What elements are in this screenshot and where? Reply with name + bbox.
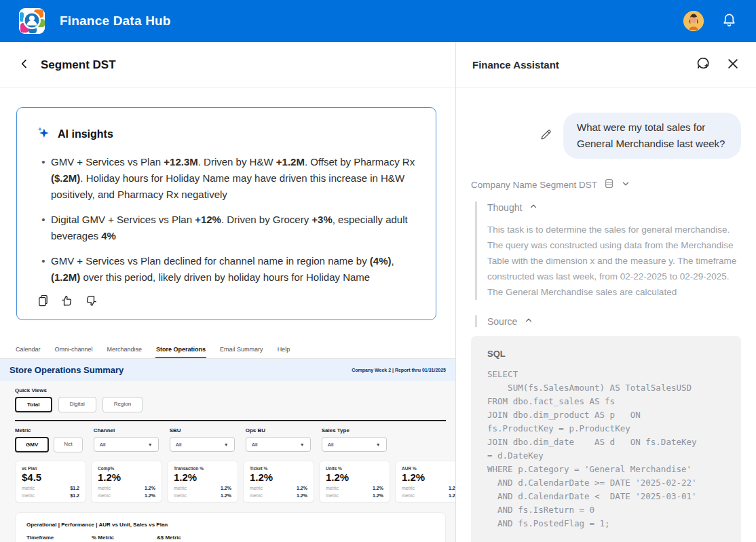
context-label: Company Name Segment DST — [471, 180, 597, 190]
metric-filter-label: Metric — [15, 427, 83, 433]
metric-row-key: metric — [250, 486, 263, 490]
metric-card-label: Comp% — [98, 466, 155, 471]
sql-label: SQL — [487, 349, 725, 359]
database-icon — [603, 178, 615, 191]
close-icon[interactable] — [726, 57, 740, 73]
metric-row-key: metric — [98, 493, 111, 498]
tab-email-summary[interactable]: Email Summary — [219, 341, 264, 358]
notifications-bell-icon[interactable] — [721, 12, 737, 31]
tab-omni-channel[interactable]: Omni-channel — [54, 341, 94, 358]
ai-insights-list: • GMV + Services vs Plan +12.3M. Driven … — [36, 154, 417, 286]
chevron-down-icon[interactable] — [621, 179, 630, 191]
sql-source-box: SQL SELECT SUM(fs.SalesAmount) AS TotalS… — [471, 336, 741, 542]
caret-down-icon: ▼ — [224, 442, 229, 447]
metric-row-value: $1.2 — [70, 493, 79, 498]
left-panel: Segment DST AI insights • GM — [0, 42, 456, 542]
metric-card-value: 1.2% — [326, 471, 383, 483]
caret-down-icon: ▼ — [300, 442, 305, 447]
back-chevron-icon[interactable] — [19, 58, 30, 72]
bullet-dot: • — [36, 154, 51, 203]
metric-row-key: metric — [22, 486, 35, 490]
metric-card-vs-plan[interactable]: vs Plan $4.5 metric$1.2 metric$1.2 — [15, 461, 86, 503]
user-avatar[interactable] — [683, 11, 704, 31]
page-title: Segment DST — [41, 58, 116, 72]
tab-calendar[interactable]: Calendar — [15, 341, 41, 358]
dashboard-tab-bar: Calendar Omni-channel Merchandise Store … — [0, 341, 455, 359]
metric-row-key: metric — [326, 486, 339, 490]
metric-row-value: 1.2% — [221, 493, 231, 498]
ai-insight-text: Digital GMV + Services vs Plan +12%. Dri… — [51, 212, 417, 244]
quick-view-total-button[interactable]: Total — [15, 397, 52, 412]
ai-insights-title: AI insights — [58, 128, 113, 140]
metric-row-value: 1.2% — [221, 486, 231, 490]
ops-bu-dropdown[interactable]: All ▼ — [246, 437, 311, 452]
summary-title: Store Operations Summary — [10, 365, 124, 375]
pct-metric-filter-label: % Metric — [92, 535, 147, 541]
tab-help[interactable]: Help — [277, 341, 291, 358]
sbu-dropdown-value: All — [176, 442, 182, 448]
embedded-dashboard: Calendar Omni-channel Merchandise Store … — [0, 341, 455, 542]
operational-chart-card: Operational | Performance | AUR vs Unit,… — [15, 512, 446, 542]
metric-row-value: $1.2 — [70, 486, 79, 490]
thumbs-down-icon[interactable] — [85, 294, 98, 307]
metric-row-value: 1.2% — [145, 486, 155, 490]
tab-merchandise[interactable]: Merchandise — [107, 341, 143, 358]
new-chat-icon[interactable] — [696, 56, 711, 74]
metric-card-label: AUR % — [402, 466, 455, 471]
metric-card-label: Transaction % — [174, 466, 231, 471]
metric-gmv-button[interactable]: GMV — [15, 437, 49, 452]
thought-label: Thought — [487, 202, 522, 213]
metric-row-key: metric — [250, 493, 263, 498]
chevron-up-icon[interactable] — [529, 201, 538, 213]
metric-row-value: 1.2% — [373, 486, 383, 490]
tab-store-operations[interactable]: Store Operations — [155, 341, 206, 358]
sbu-dropdown[interactable]: All ▼ — [170, 437, 235, 452]
metric-card-value: 1.2% — [98, 471, 155, 483]
user-message-row: What were my total sales for General Mer… — [471, 113, 741, 159]
metric-row-key: metric — [402, 493, 415, 498]
metric-card-transaction[interactable]: Transaction % 1.2% metric1.2% metric1.2% — [167, 461, 238, 503]
thumbs-up-icon[interactable] — [60, 294, 73, 307]
chevron-up-icon[interactable] — [524, 315, 533, 327]
context-row: Company Name Segment DST — [471, 178, 741, 191]
chart-section-title: Operational | Performance | AUR vs Unit,… — [26, 522, 434, 528]
assistant-title: Finance Assistant — [472, 59, 559, 71]
caret-down-icon: ▼ — [376, 442, 381, 447]
quick-view-digital-button[interactable]: Digital — [58, 397, 96, 412]
metric-cards-row: vs Plan $4.5 metric$1.2 metric$1.2 Comp%… — [15, 461, 455, 503]
metric-card-value: 1.2% — [402, 471, 455, 483]
metric-net-button[interactable]: Net — [54, 437, 82, 452]
metric-card-value: 1.2% — [250, 471, 307, 483]
channel-dropdown[interactable]: All ▼ — [94, 437, 159, 452]
channel-filter-label: Channel — [94, 427, 159, 433]
app-title: Finance Data Hub — [60, 14, 171, 28]
metric-row-value: 1.2% — [449, 486, 455, 490]
edit-pencil-icon[interactable] — [540, 128, 552, 144]
metric-card-comp[interactable]: Comp% 1.2% metric1.2% metric1.2% — [91, 461, 162, 503]
metric-row-key: metric — [174, 486, 187, 490]
ai-insight-text: GMV + Services vs Plan declined for chan… — [51, 253, 417, 286]
metric-card-label: Units % — [326, 466, 383, 471]
sales-type-dropdown[interactable]: All ▼ — [322, 437, 387, 452]
app-logo-icon — [19, 8, 45, 34]
metric-row-key: metric — [98, 486, 111, 490]
sql-code: SELECT SUM(fs.SalesAmount) AS TotalSales… — [487, 368, 725, 530]
report-period-label: Company Week 2 | Report thru 01/31/2025 — [352, 368, 446, 372]
dollar-metric-filter-label: &$ Metric — [157, 535, 212, 541]
sales-type-filter-label: Sales Type — [322, 427, 387, 433]
metric-card-aur[interactable]: AUR % 1.2% metric1.2% metric1.2% — [395, 461, 455, 503]
assistant-body: What were my total sales for General Mer… — [456, 88, 756, 542]
ai-insights-card: AI insights • GMV + Services vs Plan +12… — [16, 107, 436, 320]
metric-row-value: 1.2% — [373, 493, 383, 498]
sparkle-icon — [36, 125, 51, 143]
copy-icon[interactable] — [37, 294, 49, 307]
metric-card-units[interactable]: Units % 1.2% metric1.2% metric1.2% — [319, 461, 390, 503]
page-header: Segment DST — [0, 42, 455, 88]
quick-view-region-button[interactable]: Region — [102, 397, 143, 412]
app-window: Finance Data Hub — [0, 0, 756, 542]
source-label: Source — [487, 316, 517, 327]
metric-card-ticket[interactable]: Ticket % 1.2% metric1.2% metric1.2% — [243, 461, 314, 503]
metric-row-key: metric — [402, 486, 415, 490]
sbu-filter-label: SBU — [170, 427, 235, 433]
top-bar: Finance Data Hub — [0, 0, 756, 42]
